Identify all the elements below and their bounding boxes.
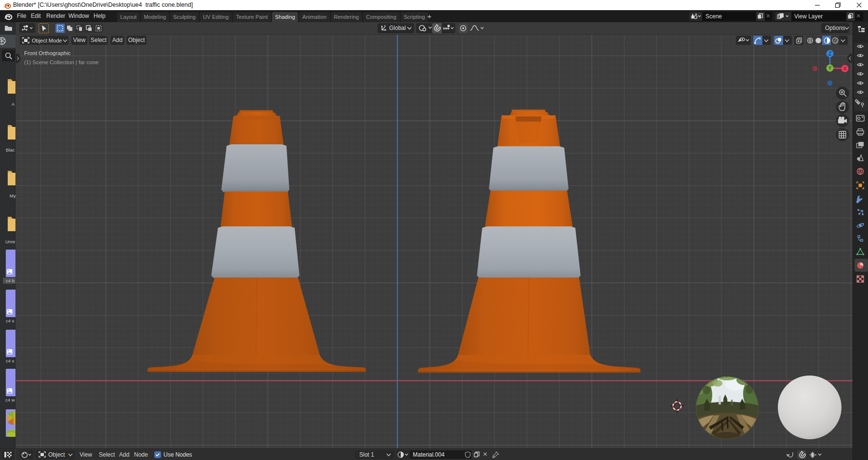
svg-text:Z: Z	[828, 51, 831, 56]
svg-text:X: X	[843, 66, 847, 71]
svg-text:Y: Y	[828, 66, 832, 71]
